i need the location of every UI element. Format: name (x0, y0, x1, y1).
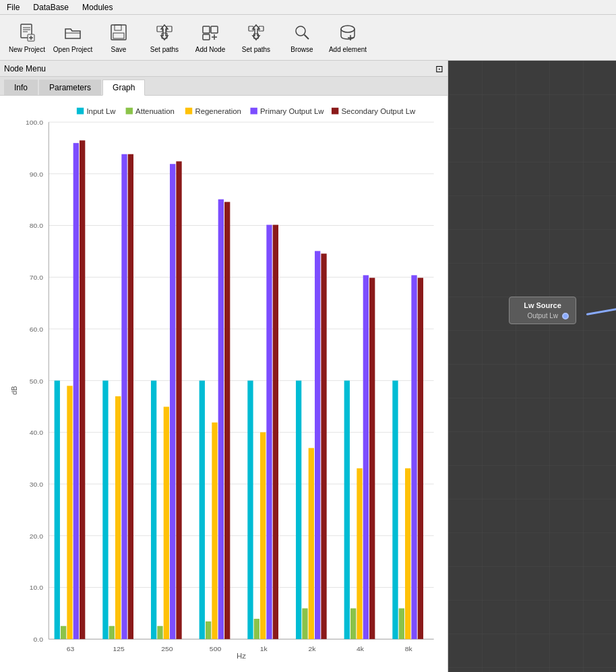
tab-parameters[interactable]: Parameters (39, 80, 101, 95)
svg-rect-104 (392, 381, 398, 640)
svg-text:20.0: 20.0 (30, 532, 44, 540)
new-project-button[interactable]: New Project (5, 18, 49, 57)
svg-rect-105 (399, 609, 404, 640)
svg-rect-92 (296, 381, 301, 640)
tab-info[interactable]: Info (4, 80, 38, 95)
menu-modules[interactable]: Modules (75, 1, 119, 13)
svg-rect-87 (254, 619, 259, 639)
svg-rect-110 (448, 61, 616, 672)
right-panel: Lw Source Output Lw (448, 61, 616, 672)
svg-rect-77 (170, 164, 175, 639)
set-paths-2-icon (245, 22, 267, 43)
add-element-button[interactable]: Add element (326, 18, 369, 57)
svg-text:Hz: Hz (237, 652, 246, 661)
node-box-port: Output Lw (516, 312, 569, 319)
svg-rect-66 (80, 140, 85, 639)
svg-rect-96 (321, 253, 326, 639)
svg-text:2k: 2k (308, 645, 316, 652)
browse-button[interactable]: Browse (280, 18, 324, 57)
bar-group-1k: 1k (247, 225, 278, 652)
svg-rect-71 (121, 154, 127, 639)
svg-text:Primary Output Lw: Primary Output Lw (260, 108, 324, 116)
svg-text:500: 500 (210, 645, 222, 652)
svg-rect-15 (203, 34, 210, 40)
set-paths-1-label: Set paths (150, 46, 179, 53)
svg-rect-86 (247, 381, 253, 640)
tab-graph[interactable]: Graph (102, 80, 145, 96)
bar-group-2k: 2k (296, 251, 327, 652)
node-port-dot[interactable] (562, 313, 569, 319)
open-project-label: Open Project (53, 46, 92, 53)
svg-rect-100 (357, 468, 362, 639)
svg-text:0.0: 0.0 (34, 636, 44, 643)
add-element-label: Add element (329, 46, 367, 53)
svg-rect-82 (212, 423, 217, 639)
svg-text:40.0: 40.0 (30, 429, 44, 437)
open-project-icon (62, 22, 84, 43)
set-paths-1-button[interactable]: Set paths (143, 18, 186, 57)
svg-rect-107 (411, 275, 417, 639)
svg-text:Regeneration: Regeneration (195, 108, 241, 116)
svg-rect-13 (203, 26, 210, 33)
menu-bar: File DataBase Modules (0, 0, 616, 15)
svg-rect-83 (218, 200, 224, 639)
svg-rect-106 (405, 468, 410, 639)
svg-rect-90 (273, 225, 278, 640)
svg-rect-62 (55, 381, 60, 640)
set-paths-1-icon (154, 22, 175, 43)
menu-database[interactable]: DataBase (26, 1, 75, 13)
svg-text:90.0: 90.0 (30, 171, 44, 178)
svg-rect-80 (199, 381, 205, 640)
svg-text:30.0: 30.0 (30, 481, 44, 488)
svg-rect-28 (126, 108, 133, 115)
menu-file[interactable]: File (0, 1, 26, 13)
add-node-icon (199, 22, 221, 43)
svg-rect-64 (67, 386, 72, 639)
svg-text:Secondary Output Lw: Secondary Output Lw (342, 108, 416, 116)
save-label: Save (111, 46, 127, 53)
add-element-icon (337, 22, 359, 43)
svg-text:125: 125 (113, 645, 125, 652)
svg-rect-68 (102, 381, 108, 640)
bar-group-63: 63 (55, 140, 86, 652)
chart-container: Input Lw Attenuation Regeneration Primar… (0, 96, 448, 672)
svg-rect-81 (206, 621, 211, 639)
toolbar: New Project Open Project Save (0, 15, 616, 61)
set-paths-2-label: Set paths (242, 46, 270, 53)
svg-point-23 (341, 26, 355, 32)
main-layout: Node Menu ⊡ Info Parameters Graph Input … (0, 61, 616, 672)
svg-rect-32 (250, 108, 257, 115)
node-menu-expand-icon[interactable]: ⊡ (435, 63, 443, 74)
svg-text:70.0: 70.0 (30, 274, 44, 281)
svg-rect-14 (211, 26, 218, 33)
browse-label: Browse (290, 46, 313, 53)
svg-rect-84 (224, 202, 230, 640)
svg-rect-89 (266, 225, 272, 640)
svg-rect-78 (176, 161, 181, 639)
dark-grid-svg (448, 61, 616, 672)
svg-text:dB: dB (9, 386, 18, 395)
svg-text:10.0: 10.0 (30, 584, 44, 592)
add-node-label: Add Node (195, 46, 225, 53)
svg-text:100.0: 100.0 (26, 119, 43, 126)
open-project-button[interactable]: Open Project (51, 18, 94, 57)
svg-rect-88 (260, 432, 266, 639)
node-port-label: Output Lw (527, 312, 558, 319)
bar-group-250: 250 (151, 161, 182, 652)
svg-rect-95 (315, 251, 320, 639)
svg-rect-70 (115, 396, 121, 639)
svg-line-22 (305, 35, 309, 40)
svg-text:80.0: 80.0 (30, 222, 44, 230)
node-box-title: Lw Source (516, 301, 569, 309)
svg-rect-93 (302, 609, 307, 640)
save-button[interactable]: Save (97, 18, 140, 57)
svg-rect-108 (418, 278, 423, 639)
svg-point-21 (296, 26, 305, 36)
svg-text:Input Lw: Input Lw (86, 108, 115, 116)
add-node-button[interactable]: Add Node (189, 18, 232, 57)
set-paths-2-button[interactable]: Set paths (235, 18, 278, 57)
chart-svg: Input Lw Attenuation Regeneration Primar… (7, 102, 441, 665)
svg-rect-26 (77, 108, 84, 115)
svg-rect-76 (164, 406, 169, 639)
new-project-icon (16, 22, 38, 43)
